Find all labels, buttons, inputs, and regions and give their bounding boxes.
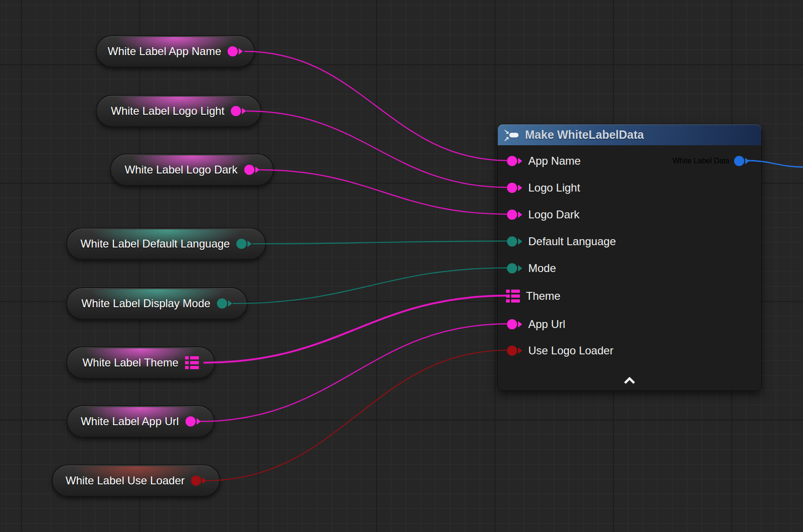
pin-circle [507, 263, 517, 273]
pin-circle [734, 156, 744, 166]
variable-node-white-label-logo-light[interactable]: White Label Logo Light [96, 95, 261, 127]
variable-node-label: White Label Use Loader [66, 474, 185, 487]
pin-circle [507, 236, 517, 247]
pin-circle [507, 210, 517, 220]
variable-node-white-label-logo-dark[interactable]: White Label Logo Dark [110, 154, 274, 186]
node-header[interactable]: ↘ ↗ Make WhiteLabelData [498, 124, 761, 145]
pin-circle [507, 319, 517, 329]
input-pin-label: Logo Light [528, 181, 580, 194]
pin-arrow [242, 108, 246, 114]
struct-output-pin[interactable] [185, 356, 199, 369]
string-output-pin[interactable] [231, 106, 246, 116]
pin-circle [191, 476, 201, 486]
input-pin-label: Default Language [528, 235, 616, 248]
pin-arrow [518, 211, 522, 218]
pin-circle [236, 239, 247, 249]
arrow-glyph: ↗ [504, 136, 509, 141]
pin-circle [228, 46, 238, 56]
capsule-glyph [509, 133, 519, 137]
variable-node-white-label-app-name[interactable]: White Label App Name [96, 35, 255, 68]
string-input-pin[interactable] [507, 319, 522, 329]
pin-arrow [228, 300, 232, 307]
chevron-up-icon [625, 378, 634, 383]
output-row-white-label-data: White Label Data [673, 153, 749, 169]
wire-logo-light[interactable] [246, 111, 508, 187]
struct-grid-icon [506, 290, 520, 303]
variable-node-white-label-default-language[interactable]: White Label Default Language [66, 228, 266, 260]
wire-app-url[interactable] [200, 324, 508, 421]
collapse-node-button[interactable] [624, 377, 636, 384]
input-pin-label: Use Logo Loader [528, 344, 613, 357]
boolean-output-pin[interactable] [191, 476, 206, 486]
wire-use-loader[interactable] [205, 350, 508, 481]
variable-node-label: White Label App Url [80, 415, 179, 428]
variable-node-label: White Label Display Mode [81, 297, 210, 310]
pin-circle [244, 165, 254, 175]
string-output-pin[interactable] [244, 165, 259, 175]
input-row-use-logo-loader: Use Logo Loader [498, 343, 613, 359]
variable-node-white-label-app-url[interactable]: White Label App Url [67, 405, 215, 438]
wire-theme[interactable] [204, 296, 508, 363]
pin-arrow [239, 48, 243, 55]
struct-input-pin[interactable] [506, 290, 520, 303]
pin-arrow [518, 321, 522, 328]
variable-node-label: White Label Logo Dark [124, 163, 237, 176]
variable-node-label: White Label Theme [82, 356, 179, 369]
pin-arrow [518, 238, 522, 245]
pin-circle [217, 298, 227, 309]
enum-input-pin[interactable] [507, 263, 522, 273]
variable-node-white-label-theme[interactable]: White Label Theme [66, 346, 215, 379]
pin-arrow [518, 347, 522, 354]
wire-logo-dark[interactable] [258, 170, 508, 214]
variable-node-label: White Label App Name [108, 45, 221, 58]
pin-circle [231, 106, 241, 116]
string-output-pin[interactable] [185, 416, 201, 427]
input-pin-label: Mode [528, 262, 556, 275]
wire-default-language[interactable] [253, 241, 508, 244]
struct-grid-icon [185, 356, 199, 369]
wire-app-name[interactable] [244, 51, 508, 161]
variable-node-label: White Label Logo Light [111, 105, 225, 118]
variable-node-white-label-use-loader[interactable]: White Label Use Loader [52, 464, 220, 497]
string-input-pin[interactable] [507, 183, 522, 193]
string-input-pin[interactable] [507, 210, 522, 220]
node-title: Make WhiteLabelData [525, 128, 644, 142]
variable-node-label: White Label Default Language [80, 237, 230, 250]
input-pin-label: Theme [526, 290, 561, 303]
pin-arrow [247, 241, 252, 247]
input-row-logo-dark: Logo Dark [498, 207, 580, 223]
enum-input-pin[interactable] [507, 236, 522, 247]
enum-output-pin[interactable] [217, 298, 232, 309]
arrow-glyph: ↘ [504, 129, 509, 134]
pin-circle [185, 416, 196, 427]
blueprint-graph-canvas[interactable]: White Label App Name White Label Logo Li… [0, 0, 803, 532]
input-pin-label: App Url [528, 318, 565, 331]
pin-circle [507, 156, 517, 166]
input-pin-label: App Name [528, 155, 581, 167]
string-input-pin[interactable] [507, 156, 522, 166]
string-output-pin[interactable] [228, 46, 243, 56]
make-struct-icon: ↘ ↗ [504, 129, 520, 141]
input-row-app-name: App Name [498, 153, 581, 169]
variable-node-white-label-display-mode[interactable]: White Label Display Mode [66, 287, 247, 320]
input-row-logo-light: Logo Light [498, 180, 580, 196]
input-row-default-language: Default Language [498, 234, 616, 249]
pin-arrow [518, 265, 522, 272]
pin-circle [507, 183, 517, 193]
make-whitelabeldata-node[interactable]: ↘ ↗ Make WhiteLabelData App Name Logo Li… [497, 124, 762, 391]
output-pin-label: White Label Data [673, 157, 729, 165]
input-pin-label: Logo Dark [528, 208, 580, 221]
pin-arrow [518, 185, 522, 191]
enum-output-pin[interactable] [236, 239, 252, 249]
boolean-input-pin[interactable] [507, 346, 522, 356]
pin-circle [507, 346, 517, 356]
pin-arrow [518, 158, 522, 164]
